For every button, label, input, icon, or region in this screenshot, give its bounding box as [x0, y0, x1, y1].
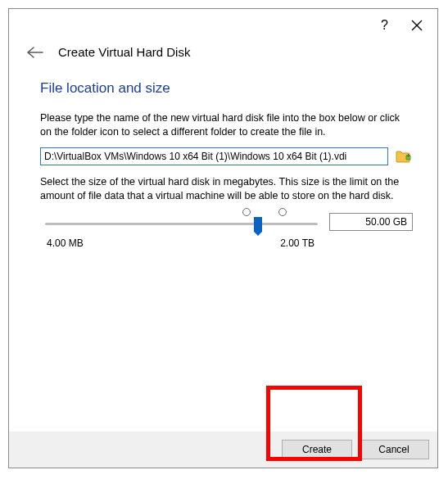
- slider-max-label: 2.00 TB: [280, 237, 315, 249]
- size-slider-group: 4.00 MB 2.00 TB: [40, 211, 413, 249]
- content-area: File location and size Please type the n…: [9, 69, 437, 251]
- size-slider[interactable]: [45, 211, 318, 233]
- dialog-window: ? Create Virtual Hard Disk File location…: [8, 8, 438, 468]
- header-row: Create Virtual Hard Disk: [9, 42, 437, 69]
- file-location-instructions: Please type the name of the new virtual …: [40, 111, 413, 139]
- file-path-input[interactable]: [40, 147, 388, 165]
- titlebar: ?: [9, 9, 437, 42]
- help-icon[interactable]: ?: [381, 18, 388, 33]
- slider-thumb[interactable]: [254, 217, 262, 232]
- file-size-instructions: Select the size of the virtual hard disk…: [40, 175, 413, 203]
- section-title: File location and size: [40, 80, 413, 97]
- slider-min-label: 4.00 MB: [47, 237, 84, 249]
- dialog-footer: Create Cancel: [9, 432, 437, 468]
- browse-folder-button[interactable]: [395, 147, 413, 165]
- create-button[interactable]: Create: [282, 440, 352, 459]
- back-arrow-icon[interactable]: [27, 47, 43, 58]
- close-icon[interactable]: [411, 20, 423, 31]
- cancel-button[interactable]: Cancel: [359, 440, 429, 459]
- size-value-input[interactable]: [329, 213, 413, 231]
- file-path-row: [40, 147, 413, 165]
- page-title: Create Virtual Hard Disk: [58, 45, 190, 59]
